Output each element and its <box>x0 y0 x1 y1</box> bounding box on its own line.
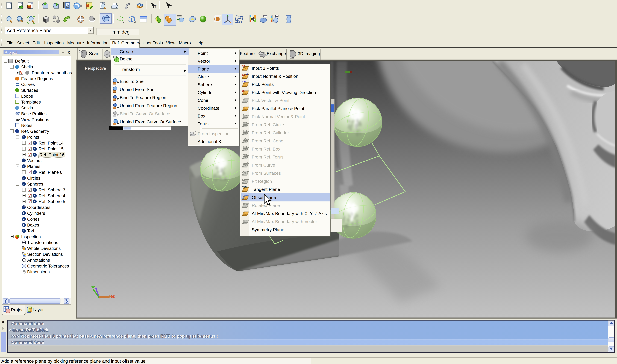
svg-text:Perspective: Perspective <box>85 66 106 71</box>
svg-text:xyz: xyz <box>245 73 248 75</box>
svg-text:1: 1 <box>242 93 243 95</box>
svg-text:?: ? <box>154 4 157 9</box>
svg-text:xyz: xyz <box>242 65 245 67</box>
svg-text:TAN: TAN <box>242 186 247 188</box>
